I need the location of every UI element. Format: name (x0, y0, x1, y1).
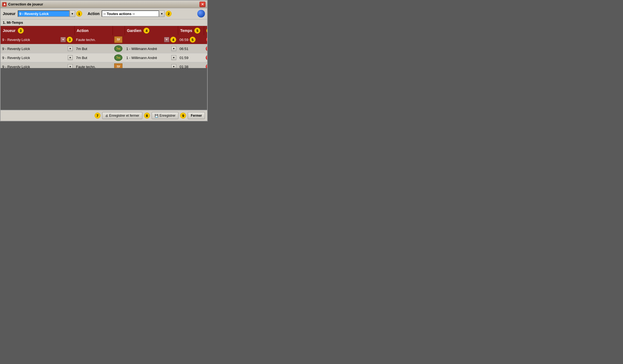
badge-2: 2 (166, 11, 172, 17)
save-and-close-button[interactable]: 🖨 Enregistrer et fermer (102, 112, 142, 119)
badge-8: 8 (144, 113, 150, 119)
player-row-dropdown[interactable]: ▼ (68, 55, 73, 60)
empty-area (1, 68, 207, 110)
gardien-row-dropdown[interactable]: ▼ (171, 46, 176, 51)
cell-temps: 01:59 (178, 53, 204, 62)
col-header-action: Action (74, 26, 113, 35)
col-header-joueur: Joueur 3 (1, 26, 74, 35)
badge-5: 5 (194, 28, 200, 34)
gardien-row-dropdown[interactable]: ▼ (171, 55, 176, 60)
save-icon: 💾 (155, 114, 158, 118)
cell-delete: ✕ (204, 44, 207, 53)
7m-icon: 7m (114, 45, 122, 52)
player-name: 9 - Reverdy Loïck (2, 47, 67, 51)
cell-action: 7m But (74, 44, 113, 53)
table-row[interactable]: 9 - Reverdy Loïck ▼ Faute techn.TF ▼ 01:… (1, 62, 207, 68)
globe-icon[interactable] (197, 10, 205, 17)
table-container: Joueur 3 Action Gardien 4 Temps (1, 26, 207, 68)
player-row-dropdown[interactable]: ▼ (61, 37, 66, 42)
delete-icon: ✕ (206, 37, 207, 42)
row-badge-5: 5 (190, 37, 196, 43)
time-value: 01:38 (180, 65, 189, 68)
window-icon: ♟ (2, 2, 7, 7)
player-dropdown-arrow[interactable]: ▼ (70, 10, 75, 17)
badge-9: 9 (180, 113, 186, 119)
cell-joueur: 9 - Reverdy Loïck ▼ 3 (1, 35, 74, 44)
save-button[interactable]: 💾 Enregistrer (152, 112, 179, 119)
section-header: 1. Mi-Temps (1, 19, 207, 26)
badge-4: 4 (143, 28, 149, 34)
action-select-group: -- Toutes actions -- ▼ 2 (102, 10, 172, 17)
cell-delete: ✕ (204, 53, 207, 62)
action-dropdown-arrow[interactable]: ▼ (159, 10, 164, 17)
close-window-button[interactable]: ✕ (199, 2, 205, 7)
col-header-delete: 6 (204, 26, 207, 35)
table-row[interactable]: 9 - Reverdy Loïck ▼ 7m But7m 1 - Willima… (1, 44, 207, 53)
player-select-group: 9 - Reverdy Loïck ▼ 1 (18, 10, 82, 17)
badge-6: 6 (206, 28, 207, 34)
cell-temps: 06:595 (178, 35, 204, 44)
cell-gardien: ▼ (125, 62, 178, 68)
time-value: 06:59 (180, 38, 189, 42)
cell-action-icon: TF (113, 35, 125, 44)
delete-row-button[interactable]: ✕ (205, 37, 207, 43)
delete-icon: ✕ (206, 46, 207, 51)
cell-action-icon: 7m (113, 44, 125, 53)
tf-icon: TF (114, 36, 122, 43)
badge-7: 7 (95, 113, 101, 119)
player-name: 9 - Reverdy Loïck (2, 65, 67, 68)
cell-gardien: 1 - Willimann André ▼ (125, 53, 178, 62)
delete-row-button[interactable]: ✕ (205, 64, 207, 68)
cell-gardien: ▼ 4 (125, 35, 178, 44)
badge-1: 1 (76, 11, 82, 17)
cell-joueur: 9 - Reverdy Loïck ▼ (1, 44, 74, 53)
cell-action-icon: TF (113, 62, 125, 68)
gardien-name: 1 - Willimann André (126, 56, 171, 60)
cell-joueur: 9 - Reverdy Loïck ▼ (1, 53, 74, 62)
content-area: 1. Mi-Temps Joueur 3 (1, 19, 207, 110)
main-window: ♟ Correction de joueur ✕ Joueur 9 - Reve… (0, 0, 208, 121)
col-header-temps: Temps 5 (178, 26, 204, 35)
joueur-label: Joueur (3, 11, 16, 16)
cell-gardien: 1 - Willimann André ▼ (125, 44, 178, 53)
cell-action-icon: 7m (113, 53, 125, 62)
time-value: 01:59 (180, 56, 189, 60)
gardien-row-dropdown[interactable]: ▼ (171, 64, 176, 68)
gardien-row-dropdown[interactable]: ▼ (164, 37, 169, 42)
row-badge-4: 4 (170, 37, 176, 43)
toolbar: Joueur 9 - Reverdy Loïck ▼ 1 Action -- T… (1, 8, 207, 19)
table-row[interactable]: 9 - Reverdy Loïck ▼ 3 Faute techn.TF ▼ 4… (1, 35, 207, 44)
close-button[interactable]: Fermer (188, 112, 205, 119)
7m-icon: 7m (114, 54, 122, 61)
actions-table: Joueur 3 Action Gardien 4 Temps (1, 26, 207, 68)
cell-temps: 06:51 (178, 44, 204, 53)
player-select[interactable]: 9 - Reverdy Loïck (18, 10, 70, 17)
badge-3: 3 (18, 28, 24, 34)
footer: 7 🖨 Enregistrer et fermer 8 💾 Enregistre… (1, 110, 207, 121)
delete-row-button[interactable]: ✕ (205, 46, 207, 52)
table-row[interactable]: 9 - Reverdy Loïck ▼ 7m But7m 1 - Willima… (1, 53, 207, 62)
player-row-dropdown[interactable]: ▼ (68, 46, 73, 51)
cell-action: Faute techn. (74, 35, 113, 44)
window-title: Correction de joueur (8, 2, 199, 6)
delete-icon: ✕ (206, 55, 207, 60)
cell-temps: 01:38 (178, 62, 204, 68)
tf-icon: TF (114, 63, 122, 68)
cell-action: Faute techn. (74, 62, 113, 68)
save-and-close-icon: 🖨 (105, 114, 108, 117)
title-bar: ♟ Correction de joueur ✕ (1, 1, 207, 8)
col-header-action-icon (113, 26, 125, 35)
gardien-name: 1 - Willimann André (126, 47, 171, 51)
action-label: Action (88, 11, 100, 16)
player-row-dropdown[interactable]: ▼ (68, 64, 73, 68)
player-name: 9 - Reverdy Loïck (2, 56, 67, 60)
action-select[interactable]: -- Toutes actions -- (102, 10, 159, 17)
cell-action: 7m But (74, 53, 113, 62)
cell-delete: ✕ (204, 35, 207, 44)
time-value: 06:51 (180, 47, 189, 51)
col-header-gardien: Gardien 4 (125, 26, 178, 35)
player-name: 9 - Reverdy Loïck (2, 38, 60, 42)
delete-icon: ✕ (206, 64, 207, 68)
delete-row-button[interactable]: ✕ (205, 55, 207, 61)
cell-delete: ✕ (204, 62, 207, 68)
